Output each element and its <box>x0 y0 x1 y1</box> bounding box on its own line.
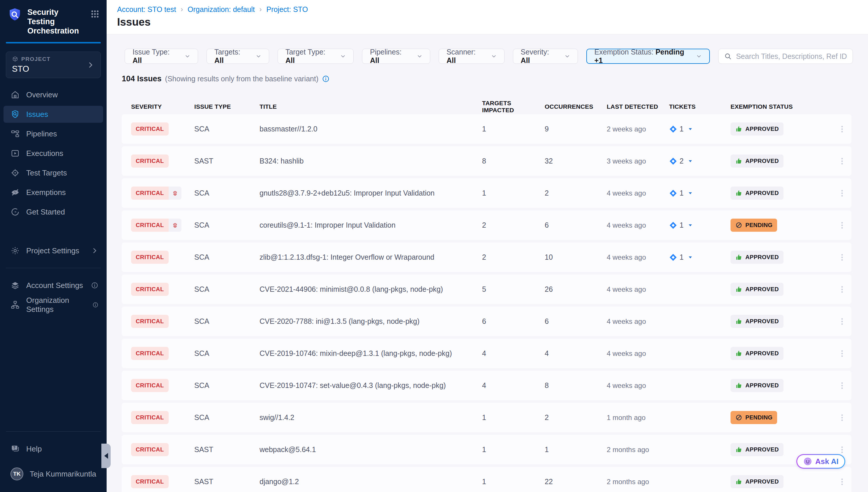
row-menu-icon[interactable] <box>838 284 846 295</box>
table-row[interactable]: CRITICAL SCA CVE-2019-10747: set-value@0… <box>122 371 851 400</box>
issue-title: webpack@5.64.1 <box>260 445 482 454</box>
table-row[interactable]: CRITICAL SAST B324: hashlib 8 32 3 weeks… <box>122 146 851 176</box>
exemption-status-label: PENDING <box>745 222 772 228</box>
occurrences: 4 <box>545 349 607 358</box>
row-menu-icon[interactable] <box>838 316 846 327</box>
sidebar-collapse-handle[interactable] <box>101 444 111 468</box>
filter-pipelines[interactable]: Pipelines: All <box>362 49 430 64</box>
occurrences: 2 <box>545 413 607 422</box>
table-header-row: SEVERITYISSUE TYPETITLETARGETS IMPACTEDO… <box>122 100 851 109</box>
caret-down-icon[interactable] <box>688 223 693 228</box>
sidebar-item-account-settings[interactable]: Account Settings <box>3 277 103 294</box>
exemption-status-badge: APPROVED <box>731 443 784 456</box>
sidebar-item-issues[interactable]: Issues <box>3 106 103 123</box>
info-icon[interactable] <box>91 281 99 289</box>
svg-text:?: ? <box>13 446 16 450</box>
occurrences: 32 <box>545 157 607 165</box>
table-row[interactable]: CRITICAL SCA gnutls28@3.7.9-2+deb12u5: I… <box>122 178 851 208</box>
filter-chip-label: Target Type: All <box>285 48 334 65</box>
table-row[interactable]: CRITICAL SCA zlib@1:1.2.13.dfsg-1: Integ… <box>122 243 851 272</box>
table-row[interactable]: CRITICAL SCA bassmaster//1.2.0 1 9 2 wee… <box>122 114 851 144</box>
severity-badge: CRITICAL <box>131 475 169 488</box>
table-row[interactable]: CRITICAL SAST webpack@5.64.1 1 1 2 month… <box>122 435 851 464</box>
row-menu-icon[interactable] <box>838 413 846 423</box>
breadcrumb-link[interactable]: Account: STO test <box>117 5 176 14</box>
issues-table: CRITICAL SCA bassmaster//1.2.0 1 9 2 wee… <box>122 114 853 492</box>
filter-scanner[interactable]: Scanner: All <box>439 49 504 64</box>
sidebar-item-get-started[interactable]: Get Started <box>3 203 103 220</box>
info-icon[interactable] <box>92 301 99 309</box>
table-row[interactable]: CRITICAL SAST django@1.2 1 22 2 months a… <box>122 467 851 492</box>
sidebar-settings-nav: Project Settings Account Settings Organi… <box>0 242 107 316</box>
sidebar-item-overview[interactable]: Overview <box>3 86 103 103</box>
exemption-status-badge: APPROVED <box>731 475 784 488</box>
filter-exemption-status[interactable]: Exemption Status: Pending +1 <box>586 49 710 64</box>
user-menu[interactable]: TK Teja Kummarikuntla <box>3 466 103 483</box>
ticket-count: 2 <box>680 157 684 165</box>
table-row[interactable]: CRITICAL SCA CVE-2020-7788: ini@1.3.5 (l… <box>122 306 851 336</box>
targets-impacted: 8 <box>482 157 545 165</box>
targets-impacted: 1 <box>482 477 545 486</box>
sidebar-item-pipelines[interactable]: Pipelines <box>3 125 103 142</box>
sidebar-item-test-targets[interactable]: Test Targets <box>3 164 103 181</box>
project-selector[interactable]: PROJECT STO <box>6 52 101 78</box>
row-menu-icon[interactable] <box>838 188 846 198</box>
caret-down-icon[interactable] <box>688 158 693 164</box>
row-menu-icon[interactable] <box>838 124 846 134</box>
ask-ai-button[interactable]: Ask AI <box>796 454 845 469</box>
filter-target-type[interactable]: Target Type: All <box>278 49 353 64</box>
filter-targets[interactable]: Targets: All <box>207 49 269 64</box>
row-menu-icon[interactable] <box>838 156 846 167</box>
issue-title: swig//1.4.2 <box>260 413 482 422</box>
page-header: Account: STO test›Organization: default›… <box>107 0 868 34</box>
ask-ai-label: Ask AI <box>815 457 839 466</box>
sidebar-item-label: Overview <box>26 90 58 99</box>
breadcrumb-link[interactable]: Project: STO <box>266 5 308 14</box>
info-icon[interactable] <box>322 75 330 83</box>
column-header-tickets: TICKETS <box>669 103 731 110</box>
sidebar-item-project-settings[interactable]: Project Settings <box>3 242 103 259</box>
exemption-status-badge: PENDING <box>731 411 777 424</box>
filter-bar: Issue Type: All Targets: All Target Type… <box>125 49 853 64</box>
exemption-status-label: APPROVED <box>745 254 779 261</box>
issue-title: zlib@1:1.2.13.dfsg-1: Integer Overflow o… <box>260 253 482 262</box>
targets-impacted: 4 <box>482 381 545 390</box>
row-menu-icon[interactable] <box>838 380 846 391</box>
sidebar-item-executions[interactable]: Executions <box>3 145 103 162</box>
issue-title: bassmaster//1.2.0 <box>260 125 482 133</box>
row-menu-icon[interactable] <box>838 444 846 455</box>
breadcrumb-link[interactable]: Organization: default <box>188 5 255 14</box>
exemption-status-label: APPROVED <box>745 318 779 325</box>
sidebar-item-organization-settings[interactable]: Organization Settings <box>3 296 103 313</box>
issue-type: SCA <box>194 317 260 325</box>
column-header-occurrences: OCCURRENCES <box>545 103 607 110</box>
caret-down-icon[interactable] <box>688 255 693 260</box>
sidebar-item-help[interactable]: ? Help <box>3 440 103 457</box>
severity-label: CRITICAL <box>131 187 169 200</box>
search-input[interactable] <box>736 52 847 60</box>
row-menu-icon[interactable] <box>838 348 846 359</box>
last-detected: 4 weeks ago <box>607 253 669 262</box>
row-menu-icon[interactable] <box>838 476 846 487</box>
severity-label: CRITICAL <box>131 347 169 360</box>
filter-issue-type[interactable]: Issue Type: All <box>125 49 198 64</box>
sidebar-item-label: Test Targets <box>26 169 67 177</box>
targets-impacted: 1 <box>482 445 545 454</box>
search-box[interactable] <box>718 49 853 64</box>
last-detected: 2 months ago <box>607 478 669 486</box>
caret-down-icon[interactable] <box>688 191 693 196</box>
last-detected: 3 weeks ago <box>607 157 669 165</box>
filter-severity[interactable]: Severity: All <box>513 49 578 64</box>
module-grid-icon[interactable] <box>90 9 100 19</box>
table-row[interactable]: CRITICAL SCA CVE-2021-44906: minimist@0.… <box>122 275 851 304</box>
table-row[interactable]: CRITICAL SCA coreutils@9.1-1: Improper I… <box>122 211 851 240</box>
targets-impacted: 6 <box>482 317 545 325</box>
table-row[interactable]: CRITICAL SCA CVE-2019-10746: mixin-deep@… <box>122 339 851 368</box>
caret-down-icon[interactable] <box>688 126 693 132</box>
breadcrumb-separator: › <box>181 5 183 14</box>
row-menu-icon[interactable] <box>838 220 846 230</box>
thumb-up-icon <box>735 478 742 485</box>
table-row[interactable]: CRITICAL SCA swig//1.4.2 1 2 1 month ago… <box>122 403 851 432</box>
row-menu-icon[interactable] <box>838 252 846 263</box>
sidebar-item-exemptions[interactable]: Exemptions <box>3 184 103 201</box>
